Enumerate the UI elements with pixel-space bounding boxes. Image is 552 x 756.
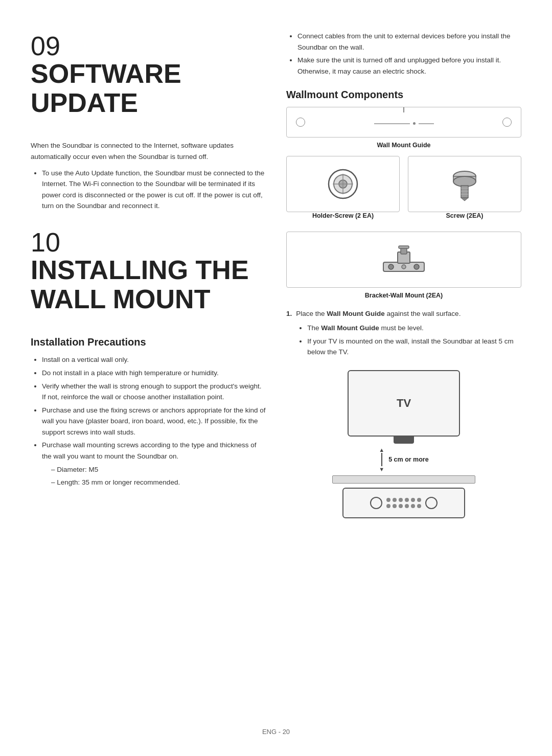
svg-rect-18 bbox=[399, 246, 409, 248]
sb-dot bbox=[405, 504, 409, 508]
wallmount-components-title: Wallmount Components bbox=[286, 89, 521, 101]
steps-list: 1. Place the Wall Mount Guide against th… bbox=[286, 308, 521, 362]
svg-point-7 bbox=[453, 176, 476, 187]
right-bullets: Connect cables from the unit to external… bbox=[286, 31, 521, 77]
dash-item-2: Length: 35 mm or longer recommended. bbox=[51, 477, 266, 488]
arrow-line bbox=[381, 453, 382, 466]
center-lines bbox=[305, 120, 502, 125]
holder-screw-illustration bbox=[286, 156, 400, 212]
page: 09 SOFTWARE UPDATE When the Soundbar is … bbox=[0, 0, 552, 756]
precaution-item-5: Purchase wall mounting screws according … bbox=[42, 440, 266, 488]
tv-box: TV bbox=[348, 370, 460, 437]
step-1-bold-1: Wall Mount Guide bbox=[327, 310, 384, 317]
precaution-item-4: Purchase and use the fixing screws or an… bbox=[42, 405, 266, 438]
dash-items: Diameter: M5 Length: 35 mm or longer rec… bbox=[42, 464, 266, 488]
gap-label: 5 cm or more bbox=[388, 456, 429, 463]
sb-dot bbox=[399, 504, 403, 508]
sb-dot bbox=[393, 504, 397, 508]
left-circle-icon bbox=[296, 118, 305, 127]
left-column: 09 SOFTWARE UPDATE When the Soundbar is … bbox=[31, 31, 266, 713]
bracket-label: Bracket-Wall Mount (2EA) bbox=[286, 292, 521, 299]
software-update-body: When the Soundbar is connected to the In… bbox=[31, 140, 266, 162]
sb-dot bbox=[405, 498, 409, 502]
step-1-content: Place the Wall Mount Guide against the w… bbox=[296, 308, 521, 362]
step-1-sub-2: If your TV is mounted on the wall, insta… bbox=[307, 336, 521, 358]
software-update-title: SOFTWARE UPDATE bbox=[31, 59, 266, 118]
soundbar-right-circle bbox=[425, 497, 438, 509]
tv-diagram: TV ▲ ▼ 5 cm or more bbox=[286, 370, 521, 518]
sb-dot bbox=[411, 504, 415, 508]
sb-dot bbox=[417, 504, 421, 508]
components-row: Holder-Screw (2 EA) bbox=[286, 156, 521, 226]
software-update-header: 09 SOFTWARE UPDATE bbox=[31, 31, 266, 129]
svg-point-14 bbox=[388, 264, 394, 269]
sb-dot bbox=[386, 498, 390, 502]
bracket-illustration bbox=[286, 232, 521, 288]
wall-line bbox=[332, 475, 475, 484]
tv-label: TV bbox=[397, 397, 411, 410]
soundbar-illustration bbox=[342, 488, 465, 518]
software-update-bullet-1: To use the Auto Update function, the Sou… bbox=[42, 168, 266, 212]
screw-box: Screw (2EA) bbox=[408, 156, 521, 226]
gap-indicator: ▲ ▼ 5 cm or more bbox=[379, 447, 428, 472]
sb-dot bbox=[386, 504, 390, 508]
right-column: Connect cables from the unit to external… bbox=[286, 31, 521, 713]
software-update-bullets: To use the Auto Update function, the Sou… bbox=[31, 168, 266, 212]
step-1-sub-1: The Wall Mount Guide must be level. bbox=[307, 323, 521, 334]
step-1: 1. Place the Wall Mount Guide against th… bbox=[286, 308, 521, 362]
sb-dot bbox=[411, 498, 415, 502]
screw-icon bbox=[447, 166, 482, 202]
sb-dot bbox=[417, 498, 421, 502]
right-bullet-2: Make sure the unit is turned off and unp… bbox=[297, 55, 521, 77]
wall-mount-header: 10 INSTALLING THE WALL MOUNT bbox=[31, 227, 266, 325]
soundbar-left-circle bbox=[370, 497, 382, 509]
precautions-title: Installation Precautions bbox=[31, 336, 266, 348]
wall-mount-title: INSTALLING THE WALL MOUNT bbox=[31, 256, 266, 314]
holder-screw-box: Holder-Screw (2 EA) bbox=[286, 156, 400, 226]
screw-illustration bbox=[408, 156, 521, 212]
svg-point-19 bbox=[402, 265, 406, 269]
sb-dot bbox=[399, 498, 403, 502]
holder-screw-icon bbox=[325, 166, 361, 202]
wall-mount-guide-illustration bbox=[286, 107, 521, 138]
svg-point-15 bbox=[414, 264, 419, 269]
precaution-item-2: Do not install in a place with high temp… bbox=[42, 368, 266, 379]
step-1-number: 1. bbox=[286, 308, 292, 362]
sb-dot bbox=[393, 498, 397, 502]
precaution-item-1: Install on a vertical wall only. bbox=[42, 354, 266, 365]
precaution-item-3: Verify whether the wall is strong enough… bbox=[42, 381, 266, 403]
soundbar-grid bbox=[386, 498, 421, 508]
step-1-sub-list: The Wall Mount Guide must be level. If y… bbox=[296, 323, 521, 358]
section-09-number: 09 bbox=[31, 33, 266, 59]
page-number: ENG - 20 bbox=[31, 728, 521, 736]
svg-rect-8 bbox=[461, 186, 468, 198]
soundbar-row-2 bbox=[386, 504, 421, 508]
right-bullet-1: Connect cables from the unit to external… bbox=[297, 31, 521, 53]
bracket-icon bbox=[378, 239, 429, 280]
step-1-sub-1-bold: Wall Mount Guide bbox=[321, 324, 379, 332]
wall-mount-guide-label: Wall Mount Guide bbox=[286, 142, 521, 149]
dash-item-1: Diameter: M5 bbox=[51, 464, 266, 475]
precautions-list: Install on a vertical wall only. Do not … bbox=[31, 354, 266, 488]
holder-screw-label: Holder-Screw (2 EA) bbox=[286, 212, 400, 219]
section-10-number: 10 bbox=[31, 229, 266, 256]
screw-label: Screw (2EA) bbox=[408, 212, 521, 219]
soundbar-row-1 bbox=[386, 498, 421, 502]
arrow-down-icon: ▼ bbox=[379, 466, 384, 472]
right-circle-icon bbox=[502, 118, 512, 127]
svg-marker-12 bbox=[461, 198, 468, 201]
tv-stand bbox=[394, 437, 414, 444]
arrow-up-icon: ▲ bbox=[379, 447, 384, 453]
gap-arrow: ▲ ▼ bbox=[379, 447, 384, 472]
